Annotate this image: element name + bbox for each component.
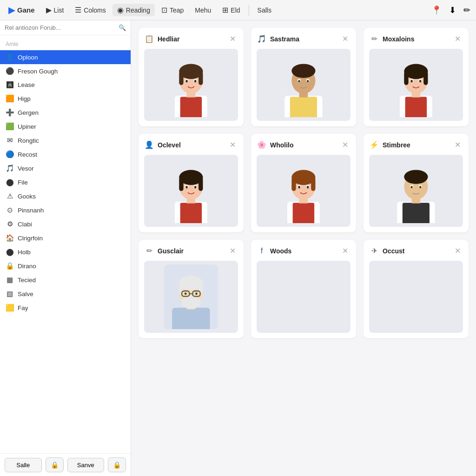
sidebar-item-freson-gough[interactable]: ⚫ Freson Gough <box>0 64 131 78</box>
sidebar-item-label-5: Upiner <box>18 123 36 130</box>
card-wholilo: 🌸 Wholilo ✕ <box>251 134 356 232</box>
sidebar-search-bar: 🔍 <box>0 20 131 35</box>
svg-point-66 <box>410 186 413 188</box>
sidebar-item-icon-10: ⚠ <box>6 192 14 200</box>
nav-reading[interactable]: ◉ Reading <box>112 4 155 16</box>
nav-list[interactable]: ▶ List <box>41 4 69 16</box>
card-close-stimbree[interactable]: ✕ <box>452 139 463 150</box>
sidebar-item-label-7: Recost <box>18 151 37 158</box>
svg-rect-24 <box>405 97 427 117</box>
nav-mehu[interactable]: Mehu <box>190 5 216 16</box>
svg-rect-52 <box>291 177 296 191</box>
card-close-oclevel[interactable]: ✕ <box>227 139 238 150</box>
card-close-gusclair[interactable]: ✕ <box>227 245 238 256</box>
sidebar: 🔍 Amle 👤 Oploon⚫ Freson Gough🅰 Lease🟧 Hi… <box>0 20 131 476</box>
sidebar-item-upiner[interactable]: 🟩 Upiner <box>0 119 131 133</box>
brand-icon: ▶ <box>8 5 15 15</box>
nav-eld[interactable]: ⊞ Eld <box>218 4 245 16</box>
card-sastrama: 🎵 Sastrama ✕ <box>251 28 356 126</box>
location-icon[interactable]: 📍 <box>430 3 443 17</box>
sidebar-item-label-2: Lease <box>18 81 35 88</box>
svg-point-56 <box>298 185 300 188</box>
svg-point-79 <box>185 292 187 295</box>
card-icon-gusclair: ✏ <box>144 246 154 255</box>
card-close-hedliar[interactable]: ✕ <box>227 33 238 44</box>
nav-teap[interactable]: ⊡ Teap <box>157 4 188 16</box>
edit-icon[interactable]: ✏ <box>462 3 472 17</box>
sidebar-item-gergen[interactable]: ➕ Gergen <box>0 106 131 119</box>
sanve-label: Sanve <box>77 462 94 469</box>
sidebar-item-salve[interactable]: ▧ Salve <box>0 287 131 301</box>
sidebar-item-holb[interactable]: ⬤ Holb <box>0 245 131 259</box>
sidebar-item-vesor[interactable]: 🎵 Vesor <box>0 161 131 175</box>
card-title-group-hedliar: 📋 Hedliar <box>144 34 179 43</box>
svg-rect-60 <box>403 203 430 223</box>
salle-label: Salle <box>16 462 30 469</box>
sidebar-item-label-3: Higp <box>18 95 31 102</box>
sidebar-item-tecied[interactable]: ▦ Tecied <box>0 273 131 287</box>
sidebar-item-label-0: Oploon <box>18 54 38 61</box>
card-close-occust[interactable]: ✕ <box>452 245 463 256</box>
sidebar-item-icon-3: 🟧 <box>6 94 14 103</box>
sidebar-item-icon-18: 🟨 <box>6 304 14 312</box>
brand-logo[interactable]: ▶ Gane <box>4 3 40 17</box>
sidebar-item-icon-9: ⬤ <box>6 178 14 186</box>
sanve-button[interactable]: Sanve <box>67 458 105 472</box>
card-body-gusclair <box>144 261 238 333</box>
lock-icon-2[interactable]: 🔒 <box>108 457 126 472</box>
salle-button[interactable]: Salle <box>5 458 42 472</box>
card-moxaloins: ✏ Moxaloins ✕ <box>364 28 469 126</box>
sidebar-item-dirano[interactable]: 🔒 Dirano <box>0 259 131 273</box>
sidebar-item-label-18: Fay <box>18 304 28 311</box>
card-header-hedliar: 📋 Hedliar ✕ <box>144 33 238 44</box>
sidebar-item-label-10: Gooks <box>18 193 36 200</box>
card-body-stimbree <box>369 155 463 227</box>
sidebar-item-lease[interactable]: 🅰 Lease <box>0 78 131 92</box>
sidebar-item-rongtic[interactable]: ✉ Rongtic <box>0 133 131 147</box>
card-title-moxaloins: Moxaloins <box>383 35 414 43</box>
card-title-woods: Woods <box>270 247 291 255</box>
card-close-woods[interactable]: ✕ <box>340 245 350 256</box>
sidebar-item-pinsnanh[interactable]: ⊙ Pinsnanh <box>0 203 131 217</box>
sidebar-item-clrigrfoin[interactable]: 🏠 Clrigrfoin <box>0 231 131 245</box>
download-icon[interactable]: ⬇ <box>447 3 458 17</box>
cards-grid: 📋 Hedliar ✕ <box>139 28 469 338</box>
sidebar-item-label-1: Freson Gough <box>18 68 58 75</box>
sidebar-top-label: Amle <box>0 37 131 50</box>
svg-point-21 <box>307 80 309 82</box>
sidebar-item-file[interactable]: ⬤ File <box>0 175 131 189</box>
svg-point-75 <box>181 296 201 309</box>
lock-icon-1[interactable]: 🔒 <box>46 457 64 472</box>
svg-point-45 <box>194 185 197 188</box>
card-close-wholilo[interactable]: ✕ <box>340 139 350 150</box>
card-close-moxaloins[interactable]: ✕ <box>452 33 463 44</box>
search-input[interactable] <box>5 24 116 31</box>
sidebar-item-icon-6: ✉ <box>6 136 14 145</box>
card-woods: f Woods ✕ <box>251 240 356 338</box>
nav-salls[interactable]: Salls <box>253 5 276 16</box>
card-title-group-occust: ✈ Occust <box>369 246 404 255</box>
svg-rect-28 <box>404 71 408 85</box>
card-icon-woods: f <box>257 247 267 255</box>
sidebar-item-label-12: Clabi <box>18 221 32 228</box>
card-body-oclevel <box>144 155 238 227</box>
sidebar-item-fay[interactable]: 🟨 Fay <box>0 301 131 315</box>
sidebar-item-recost[interactable]: 🔵 Recost <box>0 147 131 161</box>
sidebar-footer: Salle 🔒 Sanve 🔒 <box>0 453 131 476</box>
sidebar-item-higp[interactable]: 🟧 Higp <box>0 92 131 106</box>
card-icon-occust: ✈ <box>369 246 379 255</box>
sidebar-item-label-17: Salve <box>18 291 33 298</box>
sidebar-item-gooks[interactable]: ⚠ Gooks <box>0 189 131 203</box>
card-header-occust: ✈ Occust ✕ <box>369 245 463 256</box>
sidebar-item-oploon[interactable]: 👤 Oploon <box>0 50 131 64</box>
card-icon-oclevel: 👤 <box>144 140 154 149</box>
svg-rect-7 <box>198 71 203 85</box>
sidebar-item-clabi[interactable]: ⚙ Clabi <box>0 217 131 231</box>
sidebar-item-icon-1: ⚫ <box>6 67 14 75</box>
card-body-moxaloins <box>369 49 463 121</box>
sidebar-item-label-15: Dirano <box>18 263 36 270</box>
card-icon-hedliar: 📋 <box>144 34 154 43</box>
svg-rect-82 <box>389 264 443 330</box>
nav-coloms[interactable]: ☰ Coloms <box>70 4 110 16</box>
card-close-sastrama[interactable]: ✕ <box>340 33 350 44</box>
